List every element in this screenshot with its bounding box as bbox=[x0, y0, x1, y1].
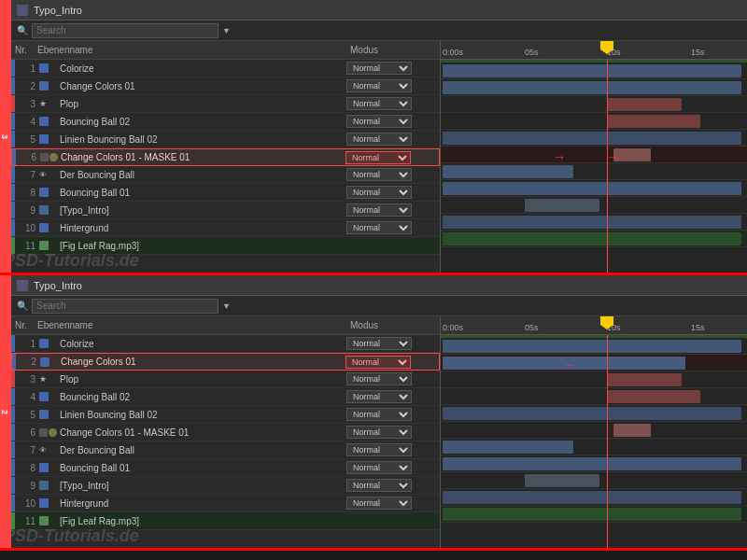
col-name-label-1: Ebenenname bbox=[37, 45, 346, 55]
tl-row-8 bbox=[441, 180, 747, 197]
ruler-mark2-0s: 0:00s bbox=[443, 323, 463, 332]
layer-row[interactable]: 9 [Typo_Intro] Normal bbox=[11, 477, 440, 495]
tl2-row-10 bbox=[441, 489, 747, 506]
mode-select[interactable]: Normal bbox=[346, 426, 412, 439]
panel-number-2: 2 bbox=[0, 275, 11, 548]
mode-select[interactable]: Normal bbox=[346, 186, 412, 199]
layer-row[interactable]: 5 Linien Bouncing Ball 02 Normal bbox=[11, 131, 440, 148]
mode-select[interactable]: Normal bbox=[346, 133, 412, 146]
layer-row[interactable]: 10 Hintergrund Normal bbox=[11, 495, 440, 512]
tl-row-3 bbox=[441, 96, 747, 113]
layer-row[interactable]: 7 👁 Der Bouncing Ball Normal bbox=[11, 166, 440, 184]
layer-row-selected-2[interactable]: 2 Change Colors 01 Normal bbox=[11, 353, 440, 371]
mode-select[interactable]: Normal bbox=[346, 62, 412, 75]
mode-select[interactable]: Normal bbox=[346, 79, 412, 92]
tl-bar bbox=[613, 148, 651, 161]
tl-row-10 bbox=[441, 214, 747, 231]
ruler-2: 0:00s 05s 10s 15s bbox=[441, 316, 747, 335]
layer-row-selected[interactable]: 6 Change Colors 01 - MASKE 01 Normal bbox=[11, 148, 440, 166]
layer-row[interactable]: 6 Change Colors 01 - MASKE 01 Normal bbox=[11, 424, 440, 441]
mode-select[interactable]: Normal bbox=[346, 168, 412, 181]
mode-select[interactable]: Normal bbox=[346, 97, 412, 110]
layer-row[interactable]: 1 Colorize Normal bbox=[11, 335, 440, 353]
layer-row[interactable]: 9 [Typo_Intro] Normal bbox=[11, 202, 440, 219]
layer-row[interactable]: 8 Bouncing Ball 01 Normal bbox=[11, 184, 440, 202]
ruler-mark2-05s: 05s bbox=[525, 323, 539, 332]
tl-bar bbox=[443, 165, 573, 178]
mode-select[interactable]: Normal bbox=[346, 337, 412, 350]
timeline-rows-1: → → bbox=[441, 63, 747, 247]
tl2-row-1 bbox=[441, 338, 747, 355]
layer-row[interactable]: 11 [Fig Leaf Rag.mp3] bbox=[11, 237, 440, 255]
tl-row-5 bbox=[441, 130, 747, 147]
layers-header-1: Nr. Ebenenname Modus bbox=[11, 41, 440, 60]
ruler-mark-05s: 05s bbox=[525, 48, 539, 57]
layer-row[interactable]: 11 [Fig Leaf Rag.mp3] bbox=[11, 512, 440, 530]
tl2-row-6 bbox=[441, 422, 747, 439]
tl-bar bbox=[443, 457, 741, 470]
layers-panel-2: Nr. Ebenenname Modus 1 Colorize Normal 2 bbox=[11, 316, 441, 548]
tl-bar bbox=[443, 407, 741, 420]
tl-bar bbox=[525, 199, 599, 212]
arrow-container-2: → bbox=[562, 357, 575, 372]
tl2-row-2: → bbox=[441, 355, 747, 371]
mode-select[interactable]: Normal bbox=[346, 221, 412, 234]
panel-number-1: 3 bbox=[0, 0, 11, 273]
mode-select[interactable]: Normal bbox=[345, 356, 411, 369]
layer-row[interactable]: 1 Colorize Normal bbox=[11, 60, 440, 77]
tl2-row-4 bbox=[441, 388, 747, 405]
timeline-container-1: Nr. Ebenenname Modus 1 Colorize Normal 2 bbox=[11, 41, 747, 273]
search-input-1[interactable] bbox=[32, 23, 218, 38]
ruler-1: 0:00s 05s 10s 15s bbox=[441, 41, 747, 60]
tl2-row-11 bbox=[441, 506, 747, 523]
panel-1: 3 Typo_Intro 🔍 ▼ Nr. Ebenenname Modus bbox=[0, 0, 747, 275]
tl-bar bbox=[443, 64, 741, 77]
timeline-panel-1: 0:00s 05s 10s 15s bbox=[441, 41, 747, 273]
mode-select[interactable]: Normal bbox=[346, 461, 412, 474]
layer-row[interactable]: 10 Hintergrund Normal bbox=[11, 219, 440, 237]
tl-bar bbox=[607, 390, 700, 403]
tl-bar bbox=[443, 132, 741, 145]
search-input-2[interactable] bbox=[32, 299, 218, 314]
col-mode-label-1: Modus bbox=[346, 45, 440, 55]
mode-select[interactable]: Normal bbox=[346, 443, 412, 456]
layer-row[interactable]: 5 Linien Bouncing Ball 02 Normal bbox=[11, 406, 440, 424]
layer-row[interactable]: 2 Change Colors 01 Normal bbox=[11, 77, 440, 95]
tl-bar bbox=[443, 232, 741, 245]
tl-bar bbox=[443, 340, 741, 353]
tl-bar bbox=[443, 81, 741, 94]
mode-select[interactable]: Normal bbox=[346, 390, 412, 403]
layer-row[interactable]: 4 Bouncing Ball 02 Normal bbox=[11, 388, 440, 406]
tl-row-1 bbox=[441, 63, 747, 79]
mode-select[interactable]: Normal bbox=[346, 372, 412, 385]
layer-row[interactable]: 3 ★ Plop Normal bbox=[11, 371, 440, 388]
layer-row[interactable]: 3 ★ Plop Normal bbox=[11, 95, 440, 113]
arrow-container: → → bbox=[553, 149, 619, 164]
mode-select[interactable]: Normal bbox=[345, 151, 411, 164]
layer-row[interactable]: 7 👁 Der Bouncing Ball Normal bbox=[11, 441, 440, 459]
mode-select[interactable]: Normal bbox=[346, 497, 412, 510]
tl2-row-3 bbox=[441, 371, 747, 388]
timeline-container-2: Nr. Ebenenname Modus 1 Colorize Normal 2 bbox=[11, 316, 747, 548]
timeline-panel-2: 0:00s 05s 10s 15s → bbox=[441, 316, 747, 548]
tl-row-6: → → bbox=[441, 147, 747, 163]
tl-row-2 bbox=[441, 79, 747, 96]
search-icon-2: 🔍 bbox=[17, 301, 28, 311]
tl-bar bbox=[607, 373, 682, 386]
tl-row-11 bbox=[441, 231, 747, 247]
mode-select[interactable]: Normal bbox=[346, 479, 412, 492]
panel-header-2: Typo_Intro bbox=[11, 275, 747, 296]
tl2-row-7 bbox=[441, 439, 747, 455]
mode-select[interactable]: Normal bbox=[346, 203, 412, 217]
layer-row[interactable]: 8 Bouncing Ball 01 Normal bbox=[11, 459, 440, 477]
layer-row[interactable]: 4 Bouncing Ball 02 Normal bbox=[11, 113, 440, 131]
mode-select[interactable]: Normal bbox=[346, 115, 412, 128]
mode-select[interactable]: Normal bbox=[346, 408, 412, 421]
tl-bar bbox=[443, 508, 741, 521]
tl2-row-8 bbox=[441, 455, 747, 472]
tl-bar bbox=[443, 182, 741, 195]
col-name-label-2: Ebenenname bbox=[37, 320, 346, 330]
tl-bar bbox=[607, 115, 700, 128]
composition-icon-1 bbox=[17, 5, 28, 16]
tl-row-7 bbox=[441, 163, 747, 180]
